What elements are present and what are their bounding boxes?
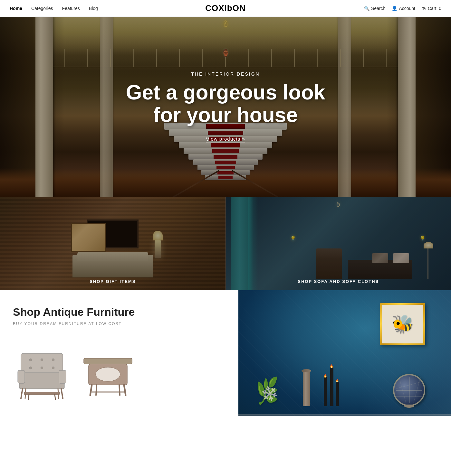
nav-blog[interactable]: Blog [89,6,98,11]
svg-point-6 [41,367,43,369]
hero-title: Get a gorgeous look for your house [113,81,338,126]
nav-categories[interactable]: Categories [31,6,53,11]
svg-point-2 [29,359,32,361]
cart-icon: 🛍 [422,6,426,11]
account-icon: 👤 [392,6,397,11]
search-label: Search [371,6,385,11]
svg-rect-1 [21,353,63,373]
panel-gift-label: SHOP GIFT ITEMS [0,279,225,284]
svg-point-19 [96,367,120,381]
svg-line-11 [61,389,63,398]
hero-content: THE INTERIOR DESIGN Get a gorgeous look … [113,71,338,143]
panel-gift-items[interactable]: SHOP GIFT ITEMS [0,197,226,290]
search-icon: 🔍 [364,6,369,11]
svg-line-23 [119,385,120,395]
teal-room-bg: 🐝 🌿 ❄ 🔥 🔥 🔥 [238,290,451,416]
svg-rect-14 [24,392,60,395]
decorative-right-panel: 🐝 🌿 ❄ 🔥 🔥 🔥 [238,290,451,416]
svg-line-22 [96,385,97,395]
hero-title-line1: Get a gorgeous look [126,81,325,104]
bottom-section: Shop Antique Furniture BUY YOUR DREAM FU… [0,290,451,416]
hero-subtitle: THE INTERIOR DESIGN [113,71,338,77]
account-label: Account [399,6,415,11]
antique-furniture-title: Shop Antique Furniture [13,306,225,318]
svg-line-10 [21,389,23,398]
svg-line-16 [55,395,55,399]
search-link[interactable]: 🔍 Search [364,6,385,11]
category-panels: SHOP GIFT ITEMS 🕯 💡 💡 SHOP SOFA [0,197,451,290]
nav-links: Home Categories Features Blog [10,6,98,11]
svg-line-15 [28,395,29,399]
hero-title-line2: for your house [153,103,298,126]
svg-point-7 [52,367,54,369]
antique-furniture-section: Shop Antique Furniture BUY YOUR DREAM FU… [0,290,238,416]
svg-point-3 [41,359,43,361]
panel-sofa-label: SHOP SOFA AND SOFA CLOTHS [226,279,451,284]
cart-label: Cart: 0 [428,6,441,11]
svg-point-5 [29,367,32,369]
nav-actions: 🔍 Search 👤 Account 🛍 Cart: 0 [364,6,441,11]
nav-features[interactable]: Features [62,6,80,11]
cart-link[interactable]: 🛍 Cart: 0 [422,6,441,11]
account-link[interactable]: 👤 Account [392,6,415,11]
hero-cta-button[interactable]: View products » [206,135,245,142]
site-logo: COXIbON [205,3,245,13]
panel-sofa-overlay [226,197,451,290]
navbar: Home Categories Features Blog COXIbON 🔍 … [0,0,451,17]
svg-rect-17 [84,358,132,364]
bee-art-frame: 🐝 [380,303,425,345]
hero-section: 🕯 [0,17,451,197]
svg-point-4 [52,359,54,361]
svg-rect-0 [19,371,64,389]
nav-home[interactable]: Home [10,6,22,11]
panel-sofa-cloths[interactable]: 🕯 💡 💡 SHOP SOFA AND SOFA CLOTHS [226,197,451,290]
furniture-illustrations [13,339,225,400]
table-illustration [81,342,135,397]
svg-rect-9 [59,370,66,383]
svg-line-21 [124,385,126,395]
antique-furniture-subtitle: BUY YOUR DREAM FURNITURE AT LOW COST [13,322,225,326]
svg-rect-8 [18,370,25,383]
svg-line-20 [90,385,92,395]
chair-illustration [13,339,71,400]
panel-gift-overlay [0,197,225,290]
